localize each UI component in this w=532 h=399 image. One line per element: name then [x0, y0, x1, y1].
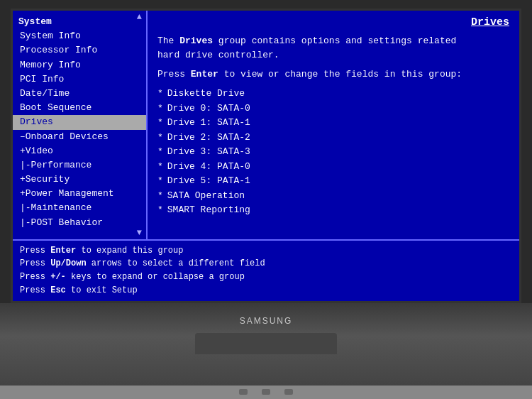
status-bar: Press Enter to expand this group Press U… [13, 239, 521, 301]
drive-bullet-3: * [157, 131, 163, 145]
monitor-button-2[interactable] [262, 389, 270, 395]
drive-list: *Diskette Drive*Drive 0: SATA-0*Drive 1:… [157, 87, 509, 217]
drive-item-8: *SMART Reporting [157, 203, 509, 217]
desc-text3: hard drive controller. [157, 50, 279, 60]
drive-bullet-7: * [157, 189, 163, 203]
sidebar-item-3[interactable]: Memory Info [13, 58, 146, 72]
drive-item-5: *Drive 4: PATA-0 [157, 160, 509, 174]
sidebar-item-5[interactable]: Date/Time [13, 87, 146, 101]
drive-bullet-0: * [157, 87, 163, 101]
sidebar-item-11[interactable]: +Security [13, 173, 146, 187]
monitor-base [0, 386, 532, 399]
drive-bullet-5: * [157, 160, 163, 174]
drive-bullet-4: * [157, 145, 163, 159]
drive-item-1: *Drive 0: SATA-0 [157, 102, 509, 116]
drive-bullet-2: * [157, 116, 163, 130]
press-enter-instruction: Press Enter to view or change the fields… [157, 69, 509, 80]
bios-screen: ▲ SystemSystem InfoProcessor InfoMemory … [11, 9, 521, 303]
sidebar-item-2[interactable]: Processor Info [13, 43, 146, 58]
drive-item-0: *Diskette Drive [157, 87, 509, 101]
sidebar-item-12[interactable]: +Power Management [13, 187, 146, 201]
drive-item-6: *Drive 5: PATA-1 [157, 174, 509, 188]
sidebar-item-0[interactable]: System [13, 15, 146, 29]
monitor-button-1[interactable] [239, 389, 248, 395]
sidebar-item-9[interactable]: +Video [13, 144, 146, 158]
sidebar-item-10[interactable]: |-Performance [13, 158, 146, 173]
main-content: Drives The Drives group contains options… [148, 11, 519, 239]
scroll-up-indicator: ▲ [137, 12, 142, 22]
main-title: Drives [157, 16, 509, 28]
press-bold-enter: Enter [191, 69, 218, 80]
monitor-brand: SAMSUNG [240, 316, 293, 326]
drive-item-4: *Drive 3: SATA-3 [157, 145, 509, 159]
sidebar-item-1[interactable]: System Info [13, 29, 146, 43]
desc-text2: group contains options and settings rela… [213, 35, 456, 46]
drive-item-3: *Drive 2: SATA-2 [157, 131, 509, 145]
sidebar-item-14[interactable]: |-POST Behavior [13, 216, 146, 230]
drive-bullet-8: * [157, 203, 163, 217]
drive-item-2: *Drive 1: SATA-1 [157, 116, 509, 130]
desc-bold-drives: Drives [179, 35, 213, 46]
status-line-1: Press Enter to expand this group [20, 245, 516, 257]
status-line-3: Press +/- keys to expand or collapse a g… [20, 271, 516, 283]
sidebar: ▲ SystemSystem InfoProcessor InfoMemory … [13, 11, 148, 239]
status-line-2: Press Up/Down arrows to select a differe… [20, 258, 516, 270]
sidebar-item-7[interactable]: Drives [13, 115, 146, 129]
press-text: Press [157, 69, 191, 80]
monitor-frame: ▲ SystemSystem InfoProcessor InfoMemory … [0, 0, 532, 399]
scroll-down-indicator: ▼ [137, 228, 142, 238]
monitor-bezel-bottom: SAMSUNG [0, 303, 532, 386]
sidebar-item-13[interactable]: |-Maintenance [13, 201, 146, 215]
press-text2: to view or change the fields in this gro… [218, 69, 462, 80]
monitor-stand [195, 333, 337, 354]
sidebar-item-4[interactable]: PCI Info [13, 72, 146, 87]
drive-item-7: *SATA Operation [157, 189, 509, 203]
sidebar-item-6[interactable]: Boot Sequence [13, 101, 146, 115]
drive-bullet-1: * [157, 102, 163, 116]
monitor-button-3[interactable] [284, 389, 293, 395]
main-description: The Drives group contains options and se… [157, 34, 509, 62]
status-line-4: Press Esc to exit Setup [20, 285, 516, 297]
screen-top: ▲ SystemSystem InfoProcessor InfoMemory … [13, 11, 519, 239]
desc-text1: The [157, 35, 179, 46]
sidebar-item-8[interactable]: –Onboard Devices [13, 130, 146, 144]
drive-bullet-6: * [157, 174, 163, 188]
